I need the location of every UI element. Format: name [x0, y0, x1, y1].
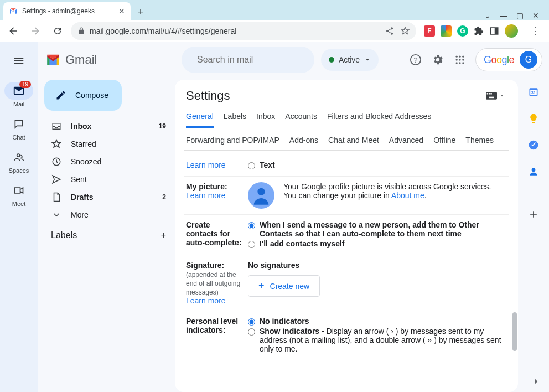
create-signature-button[interactable]: + Create new: [248, 275, 320, 297]
extensions: F G: [421, 24, 521, 38]
show-indicators-radio[interactable]: [248, 328, 255, 336]
svg-point-7: [462, 56, 464, 58]
calendar-app-icon[interactable]: 31: [528, 86, 539, 97]
window-controls: ⌄ — ▢ ✕: [484, 11, 546, 20]
chat-icon: [13, 118, 24, 130]
tasks-app-icon[interactable]: [528, 140, 539, 151]
tab-forwarding[interactable]: Forwarding and POP/IMAP: [186, 136, 279, 150]
tab-chat[interactable]: Chat and Meet: [328, 136, 379, 150]
keep-app-icon[interactable]: [528, 113, 539, 124]
compose-button[interactable]: Compose: [44, 80, 122, 111]
folder-snoozed[interactable]: Snoozed: [42, 153, 175, 171]
search-input[interactable]: [197, 55, 308, 65]
browser-tab[interactable]: Settings - admin@geeks ✕: [3, 2, 131, 20]
support-icon[interactable]: ?: [409, 53, 422, 66]
mail-badge: 19: [19, 81, 31, 88]
lock-icon: [77, 27, 85, 35]
new-tab-button[interactable]: +: [133, 4, 148, 20]
rail-label: Mail: [13, 101, 24, 107]
text-radio[interactable]: [248, 162, 255, 169]
browser-toolbar: mail.google.com/mail/u/4/#settings/gener…: [0, 20, 549, 42]
contacts-manual-radio[interactable]: [248, 241, 255, 248]
chrome-menu-icon[interactable]: ⋮: [526, 25, 545, 37]
side-panel-icon[interactable]: [489, 26, 499, 36]
keyboard-icon: [486, 92, 497, 100]
add-app-icon[interactable]: [528, 209, 539, 220]
search-bar[interactable]: [182, 47, 314, 73]
gmail-favicon: [9, 7, 18, 16]
settings-icon[interactable]: [431, 53, 444, 66]
chevron-down-icon: [499, 93, 505, 99]
ext-chrome-icon[interactable]: [441, 25, 452, 37]
contacts-option-manual[interactable]: I'll add contacts myself: [248, 239, 507, 248]
svg-rect-1: [495, 28, 498, 34]
forward-button[interactable]: [27, 22, 44, 40]
apps-icon[interactable]: [453, 53, 467, 66]
chrome-profile-avatar[interactable]: [505, 24, 518, 38]
folder-sent[interactable]: Sent: [42, 171, 175, 188]
folder-starred[interactable]: Starred: [42, 135, 175, 153]
svg-point-5: [455, 56, 457, 58]
tab-accounts[interactable]: Accounts: [285, 112, 317, 128]
profile-picture[interactable]: [248, 182, 274, 209]
main-menu-icon[interactable]: [7, 49, 31, 73]
panel-collapse-icon[interactable]: [531, 376, 541, 386]
extensions-icon[interactable]: [474, 26, 484, 36]
close-window-icon[interactable]: ✕: [532, 11, 539, 20]
browser-tab-bar: Settings - admin@geeks ✕ + ⌄ — ▢ ✕: [0, 0, 549, 20]
drop-icon[interactable]: ⌄: [484, 11, 491, 20]
learn-more-link[interactable]: Learn more: [186, 161, 226, 169]
account-avatar[interactable]: G: [520, 51, 537, 69]
tab-advanced[interactable]: Advanced: [389, 136, 423, 150]
rail-mail[interactable]: 19 Mail: [4, 79, 33, 111]
tab-themes[interactable]: Themes: [465, 136, 494, 150]
learn-more-link[interactable]: Learn more: [186, 191, 226, 200]
scrollbar-thumb[interactable]: [512, 312, 517, 351]
settings-body: Learn more Text My picture: Learn more: [184, 151, 509, 372]
folder-drafts[interactable]: Drafts 2: [42, 188, 175, 206]
maximize-icon[interactable]: ▢: [516, 11, 524, 20]
no-indicators-radio[interactable]: [248, 318, 255, 326]
compose-label: Compose: [75, 91, 108, 100]
minimize-icon[interactable]: —: [500, 11, 507, 20]
share-icon[interactable]: [385, 27, 394, 35]
status-chip[interactable]: Active: [321, 49, 379, 71]
tab-labels[interactable]: Labels: [224, 112, 246, 128]
tab-offline[interactable]: Offline: [433, 136, 455, 150]
contacts-app-icon[interactable]: [528, 166, 539, 177]
svg-point-19: [257, 188, 265, 195]
learn-more-link[interactable]: Learn more: [186, 296, 226, 305]
contacts-auto-radio[interactable]: [248, 222, 255, 229]
svg-point-11: [455, 62, 457, 64]
back-button[interactable]: [4, 22, 22, 40]
option-text[interactable]: Text: [248, 161, 507, 169]
bookmark-icon[interactable]: [401, 27, 410, 35]
close-tab-icon[interactable]: ✕: [118, 7, 125, 16]
tab-addons[interactable]: Add-ons: [289, 136, 318, 150]
indicators-none[interactable]: No indicators: [248, 317, 507, 326]
input-tools-button[interactable]: [486, 92, 505, 100]
clock-icon: [51, 157, 62, 167]
svg-rect-17: [490, 93, 492, 95]
indicators-show[interactable]: Show indicators - Display an arrow ( › )…: [248, 327, 507, 353]
rail-label: Chat: [12, 134, 25, 141]
send-icon: [51, 174, 62, 184]
inbox-icon: [51, 121, 62, 131]
reload-button[interactable]: [49, 22, 66, 40]
add-label-button[interactable]: +: [161, 230, 166, 240]
google-account-box[interactable]: Google G: [475, 48, 542, 71]
tab-general[interactable]: General: [186, 112, 214, 128]
address-bar[interactable]: mail.google.com/mail/u/4/#settings/gener…: [71, 22, 416, 40]
rail-spaces[interactable]: Spaces: [4, 145, 33, 177]
tab-inbox[interactable]: Inbox: [256, 112, 275, 128]
rail-chat[interactable]: Chat: [4, 112, 33, 144]
about-me-link[interactable]: About me: [391, 191, 424, 200]
signature-label: Signature:: [186, 261, 224, 270]
ext-flipboard-icon[interactable]: F: [424, 25, 435, 37]
folder-inbox[interactable]: Inbox 19: [42, 117, 175, 135]
rail-meet[interactable]: Meet: [4, 178, 33, 210]
ext-grammarly-icon[interactable]: G: [457, 25, 468, 37]
tab-filters[interactable]: Filters and Blocked Addresses: [327, 112, 431, 128]
contacts-option-auto[interactable]: When I send a message to a new person, a…: [248, 220, 507, 238]
folder-more[interactable]: More: [42, 206, 175, 224]
